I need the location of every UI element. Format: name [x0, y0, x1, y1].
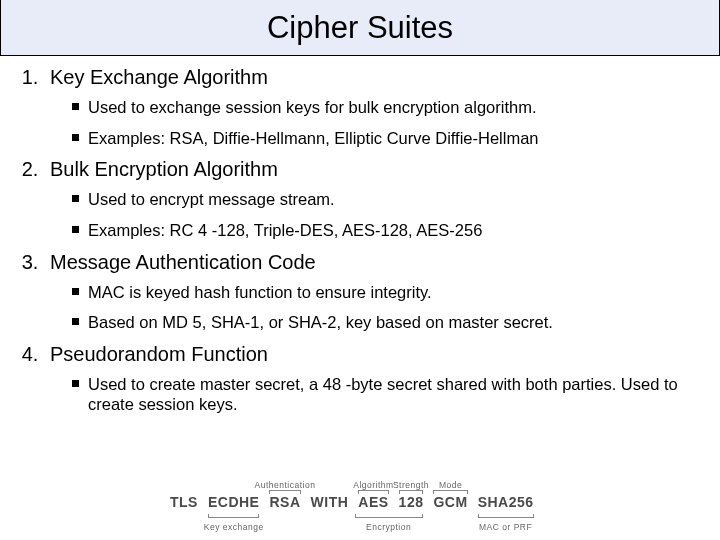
list-item: Examples: RC 4 -128, Triple-DES, AES-128…: [72, 220, 706, 241]
diagram-token-ecdhe: Key exchange ECDHE: [208, 494, 260, 510]
diagram-token-gcm: Mode GCM: [433, 494, 467, 510]
section-3: Message Authentication Code MAC is keyed…: [44, 251, 706, 333]
diagram-label-mac: MAC or PRF: [479, 522, 532, 532]
diagram-token-sha256: MAC or PRF SHA256: [478, 494, 534, 510]
list-item: Used to encrypt message stream.: [72, 189, 706, 210]
diagram-label-keyexchange: Key exchange: [204, 522, 264, 532]
list-item: Examples: RSA, Diffie-Hellmann, Elliptic…: [72, 128, 706, 149]
list-item: Used to exchange session keys for bulk e…: [72, 97, 706, 118]
section-4: Pseudorandom Function Used to create mas…: [44, 343, 706, 415]
list-item: Used to create master secret, a 48 -byte…: [72, 374, 706, 415]
diagram-token-tls: TLS: [170, 494, 198, 510]
section-3-bullets: MAC is keyed hash function to ensure int…: [50, 282, 706, 333]
diagram-label-strength: Strength: [393, 480, 429, 490]
diagram-token-rsa: Authentication RSA: [269, 494, 300, 510]
list-item: Based on MD 5, SHA-1, or SHA-2, key base…: [72, 312, 706, 333]
section-2-heading: Bulk Encryption Algorithm: [50, 158, 278, 180]
section-2: Bulk Encryption Algorithm Used to encryp…: [44, 158, 706, 240]
main-list: Key Exchange Algorithm Used to exchange …: [14, 66, 706, 415]
diagram-label-encryption: Encryption: [366, 522, 411, 532]
slide-content: Key Exchange Algorithm Used to exchange …: [0, 56, 720, 415]
section-2-bullets: Used to encrypt message stream. Examples…: [50, 189, 706, 240]
slide-title: Cipher Suites: [267, 10, 453, 46]
section-1-heading: Key Exchange Algorithm: [50, 66, 268, 88]
diagram-label-mode: Mode: [439, 480, 462, 490]
diagram-token-aes: Algorithm AES: [358, 494, 388, 510]
section-1: Key Exchange Algorithm Used to exchange …: [44, 66, 706, 148]
section-3-heading: Message Authentication Code: [50, 251, 316, 273]
title-bar: Cipher Suites: [0, 0, 720, 56]
section-4-heading: Pseudorandom Function: [50, 343, 268, 365]
diagram-token-128: Strength Encryption 128: [399, 494, 424, 510]
diagram-label-auth: Authentication: [255, 480, 316, 490]
diagram-token-with: WITH: [311, 494, 349, 510]
list-item: MAC is keyed hash function to ensure int…: [72, 282, 706, 303]
section-1-bullets: Used to exchange session keys for bulk e…: [50, 97, 706, 148]
diagram-label-algorithm: Algorithm: [353, 480, 393, 490]
cipher-suite-diagram: TLS Key exchange ECDHE Authentication RS…: [0, 480, 720, 534]
section-4-bullets: Used to create master secret, a 48 -byte…: [50, 374, 706, 415]
